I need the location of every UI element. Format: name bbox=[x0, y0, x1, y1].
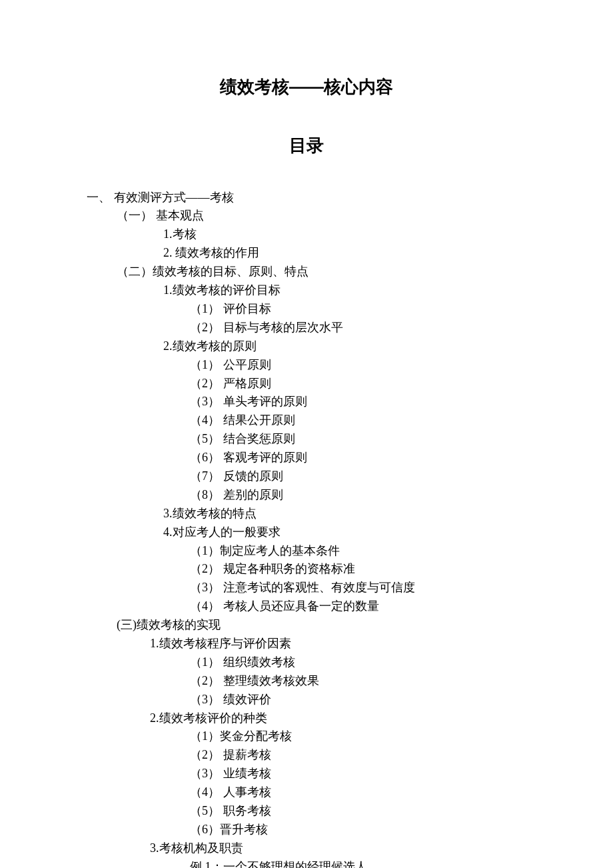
toc-line: （2） 整理绩效考核效果 bbox=[87, 672, 526, 691]
toc-line: （4） 人事考核 bbox=[87, 783, 526, 802]
toc-line: （3） 单头考评的原则 bbox=[87, 393, 526, 411]
toc-line: 一、 有效测评方式——考核 bbox=[87, 189, 526, 207]
toc-line: 1.绩效考核程序与评价因素 bbox=[87, 635, 526, 653]
toc-line: 2.绩效考核的原则 bbox=[87, 337, 526, 356]
toc-line: （4） 结果公开原则 bbox=[87, 411, 526, 430]
toc-line: （1）奖金分配考核 bbox=[87, 727, 526, 746]
toc-line: （4） 考核人员还应具备一定的数量 bbox=[87, 597, 526, 616]
toc-line: （一） 基本观点 bbox=[87, 207, 526, 225]
toc-body: 一、 有效测评方式——考核（一） 基本观点1.考核2. 绩效考核的作用（二）绩效… bbox=[87, 189, 526, 868]
toc-line: （1） 评价目标 bbox=[87, 300, 526, 319]
toc-line: 2.绩效考核评价的种类 bbox=[87, 709, 526, 728]
toc-line: （1）制定应考人的基本条件 bbox=[87, 542, 526, 561]
toc-line: 4.对应考人的一般要求 bbox=[87, 523, 526, 542]
toc-line: （6） 客观考评的原则 bbox=[87, 449, 526, 467]
toc-heading: 目录 bbox=[87, 132, 526, 159]
document-page: 绩效考核——核心内容 目录 一、 有效测评方式——考核（一） 基本观点1.考核2… bbox=[0, 0, 613, 868]
toc-line: （6）晋升考核 bbox=[87, 821, 526, 839]
toc-line: 3.考核机构及职责 bbox=[87, 839, 526, 858]
toc-line: 2. 绩效考核的作用 bbox=[87, 244, 526, 263]
toc-line: （2） 严格原则 bbox=[87, 375, 526, 393]
toc-line: （3） 注意考试的客观性、有效度与可信度 bbox=[87, 579, 526, 597]
toc-line: （7） 反馈的原则 bbox=[87, 467, 526, 486]
toc-line: （2） 规定各种职务的资格标准 bbox=[87, 560, 526, 579]
toc-line: 1.考核 bbox=[87, 225, 526, 244]
toc-line: （二）绩效考核的目标、原则、特点 bbox=[87, 263, 526, 281]
toc-line: （5） 结合奖惩原则 bbox=[87, 430, 526, 449]
toc-line: （2） 目标与考核的层次水平 bbox=[87, 319, 526, 337]
toc-line: （5） 职务考核 bbox=[87, 802, 526, 821]
toc-line: （2） 提薪考核 bbox=[87, 746, 526, 765]
toc-line: （3） 绩效评价 bbox=[87, 691, 526, 709]
toc-line: （1） 公平原则 bbox=[87, 356, 526, 375]
toc-line: （1） 组织绩效考核 bbox=[87, 653, 526, 672]
toc-line: （8） 差别的原则 bbox=[87, 486, 526, 505]
toc-line: 例 1：一个不够理想的经理候选人 bbox=[87, 858, 526, 868]
document-title: 绩效考核——核心内容 bbox=[87, 73, 526, 100]
toc-line: (三)绩效考核的实现 bbox=[87, 616, 526, 635]
toc-line: 1.绩效考核的评价目标 bbox=[87, 281, 526, 300]
toc-line: 3.绩效考核的特点 bbox=[87, 505, 526, 523]
toc-line: （3） 业绩考核 bbox=[87, 765, 526, 783]
